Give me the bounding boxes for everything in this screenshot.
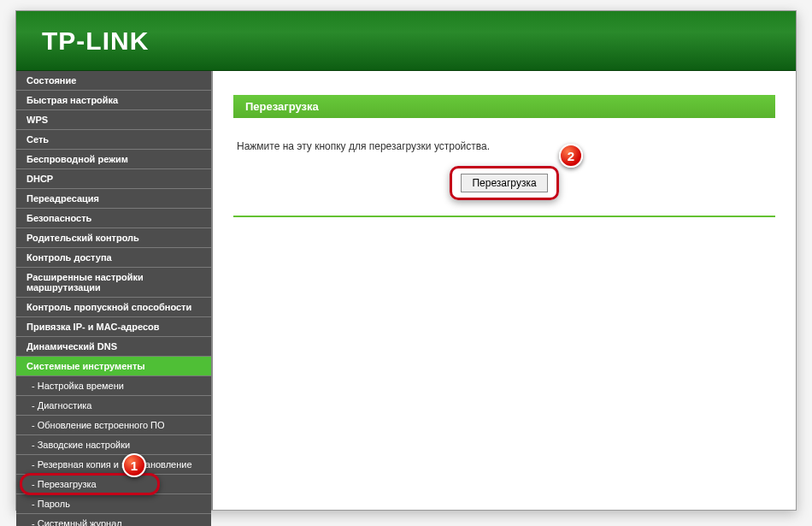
sidebar-sub-syslog[interactable]: - Системный журнал (16, 514, 211, 526)
sidebar-item-wireless[interactable]: Беспроводной режим (16, 150, 211, 169)
sidebar-item-label: Сеть (26, 134, 49, 145)
annotation-marker-1: 1 (122, 453, 146, 477)
sidebar-item-label: - Пароль (32, 499, 70, 509)
sidebar-item-access-control[interactable]: Контроль доступа (16, 248, 211, 268)
annotation-marker-2: 2 (559, 144, 583, 168)
button-row: Перезагрузка 2 (233, 159, 775, 212)
sidebar-item-ipmac[interactable]: Привязка IP- и MAC-адресов (16, 317, 211, 337)
sidebar-item-label: Расширенные настройки маршрутизации (26, 272, 144, 293)
sidebar-item-forwarding[interactable]: Переадресация (16, 189, 211, 209)
header: TP-LINK (16, 11, 796, 71)
sidebar-item-label: Динамический DNS (26, 341, 117, 352)
sidebar-item-status[interactable]: Состояние (16, 71, 211, 91)
reboot-button[interactable]: Перезагрузка (461, 174, 547, 192)
sidebar-item-label: Привязка IP- и MAC-адресов (26, 322, 160, 332)
brand-logo: TP-LINK (42, 27, 149, 56)
router-admin-window: TP-LINK Состояние Быстрая настройка WPS … (15, 10, 797, 511)
sidebar-item-label: - Настройка времени (32, 381, 124, 391)
sidebar-sub-time[interactable]: - Настройка времени (16, 376, 211, 396)
main-content: Перезагрузка Нажмите на эту кнопку для п… (213, 71, 796, 510)
sidebar-item-label: Быстрая настройка (26, 95, 118, 105)
sidebar-item-label: DHCP (26, 174, 53, 184)
sidebar-sub-reboot[interactable]: - Перезагрузка (16, 475, 211, 494)
sidebar-item-ddns[interactable]: Динамический DNS (16, 337, 211, 357)
sidebar-item-wps[interactable]: WPS (16, 110, 211, 130)
sidebar-item-label: Беспроводной режим (26, 154, 128, 164)
sidebar: Состояние Быстрая настройка WPS Сеть Бес… (16, 71, 213, 510)
sidebar-sub-backup[interactable]: - Резервная копия и восстановление 1 (16, 455, 211, 475)
sidebar-item-label: - Диагностика (32, 400, 92, 411)
sidebar-item-routing[interactable]: Расширенные настройки маршрутизации (16, 268, 211, 298)
sidebar-item-label: Состояние (26, 75, 76, 86)
sidebar-item-label: - Системный журнал (32, 518, 122, 526)
annotation-ring-icon: Перезагрузка (450, 166, 558, 200)
sidebar-item-label: WPS (26, 115, 48, 125)
sidebar-item-parental[interactable]: Родительский контроль (16, 228, 211, 248)
sidebar-item-label: Контроль пропускной способности (26, 302, 191, 312)
sidebar-item-label: - Заводские настройки (32, 440, 130, 450)
sidebar-sub-password[interactable]: - Пароль (16, 494, 211, 514)
sidebar-item-label: - Резервная копия и восстановление (32, 459, 192, 470)
sidebar-sub-firmware[interactable]: - Обновление встроенного ПО (16, 416, 211, 435)
divider (233, 216, 775, 217)
sidebar-item-label: Переадресация (26, 193, 99, 204)
sidebar-item-label: Родительский контроль (26, 233, 139, 243)
page-title: Перезагрузка (233, 95, 775, 118)
sidebar-item-label: - Обновление встроенного ПО (32, 420, 165, 430)
sidebar-item-label: - Перезагрузка (32, 479, 97, 489)
sidebar-item-bandwidth[interactable]: Контроль пропускной способности (16, 298, 211, 317)
sidebar-sub-factory[interactable]: - Заводские настройки (16, 435, 211, 455)
sidebar-item-label: Контроль доступа (26, 252, 112, 263)
sidebar-sub-diagnostics[interactable]: - Диагностика (16, 396, 211, 416)
sidebar-item-dhcp[interactable]: DHCP (16, 169, 211, 189)
instruction-text: Нажмите на эту кнопку для перезагрузки у… (233, 140, 775, 159)
sidebar-item-security[interactable]: Безопасность (16, 209, 211, 228)
sidebar-item-network[interactable]: Сеть (16, 130, 211, 150)
sidebar-item-system-tools[interactable]: Системные инструменты (16, 357, 211, 376)
sidebar-item-label: Системные инструменты (26, 361, 145, 371)
sidebar-item-quick-setup[interactable]: Быстрая настройка (16, 91, 211, 110)
sidebar-item-label: Безопасность (26, 213, 91, 223)
